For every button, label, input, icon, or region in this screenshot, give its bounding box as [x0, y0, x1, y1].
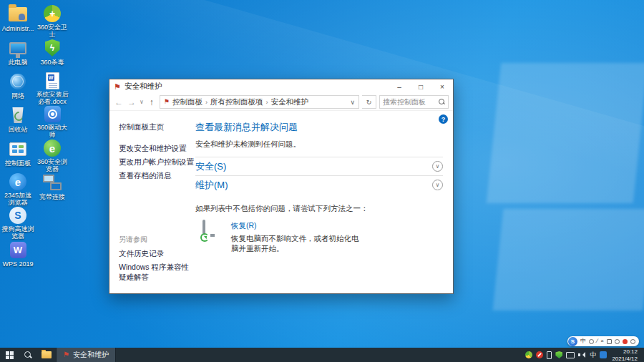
desktop-icon-user-folder[interactable]: Administr...	[1, 3, 34, 36]
sidebar-item-uac-settings[interactable]: 更改用户帐户控制设置	[119, 157, 194, 167]
hint-text: 如果列表中不包括你的问题，请尝试下列方法之一：	[195, 204, 443, 214]
minimize-button[interactable]: –	[389, 79, 410, 94]
recovery-description: 恢复电脑而不影响文件，或者初始化电脑并重新开始。	[231, 233, 364, 253]
recycle-bin-icon	[11, 107, 24, 123]
search-input[interactable]	[383, 98, 439, 106]
icon-label: 此电脑	[9, 59, 28, 66]
profile-icon[interactable]	[615, 339, 620, 344]
close-icon[interactable]: ×	[600, 338, 604, 344]
search-icon	[24, 351, 32, 359]
section-label: 维护(M)	[195, 179, 228, 192]
search-box[interactable]	[379, 95, 449, 109]
forward-button[interactable]: →	[127, 97, 137, 107]
desktop-icon-network[interactable]: 网络	[1, 70, 34, 104]
desktop-icon-wps[interactable]: W WPS 2019	[1, 238, 34, 272]
security-flag-icon: ⚑	[63, 351, 69, 358]
address-dropdown-icon[interactable]: ∨	[350, 99, 355, 106]
control-panel-icon	[9, 142, 26, 156]
recent-pages-dropdown[interactable]: ∨	[140, 99, 144, 105]
chevron-down-icon[interactable]: ∨	[432, 161, 443, 172]
close-button[interactable]: ×	[431, 79, 453, 94]
browser-e-icon: e	[9, 173, 26, 190]
keyboard-icon[interactable]	[607, 339, 612, 344]
desktop-icon-docx-file[interactable]: 系统安装后必看.docx	[36, 70, 69, 104]
maintenance-section-header[interactable]: 维护(M) ∨	[195, 175, 443, 194]
shield-icon: ϟ	[45, 39, 60, 57]
desktop-icon-sogou-browser[interactable]: S 搜狗高速浏览器	[1, 205, 34, 238]
desktop-icon-360-antivirus[interactable]: ϟ 360杀毒	[36, 36, 69, 70]
tray-network-icon[interactable]	[566, 352, 575, 358]
start-button[interactable]	[0, 348, 19, 362]
sogou-input-toolbar: S 中 ∕ ×	[567, 336, 639, 346]
icon-label: WPS 2019	[2, 260, 33, 268]
taskbar: ⚑ 安全和维护 中 20:12 2021/4/12	[0, 348, 644, 362]
tray-phone-icon[interactable]	[547, 351, 552, 359]
window-sidebar: 控制面板主页 更改安全和维护设置 更改用户帐户控制设置 查看存档的消息 另请参阅…	[109, 111, 194, 293]
clock-date: 2021/4/12	[612, 356, 638, 362]
user-folder-icon	[9, 7, 27, 21]
window-title: 安全和维护	[125, 82, 162, 92]
desktop-icon-control-panel[interactable]: 控制面板	[1, 137, 34, 171]
desktop-icon-360-browser[interactable]: e 360安全浏览器	[36, 137, 69, 171]
breadcrumb-all-items[interactable]: 所有控制面板项	[210, 97, 263, 107]
security-section-header[interactable]: 安全(S) ∨	[195, 157, 443, 175]
icon-label: 网络	[11, 92, 24, 99]
refresh-button[interactable]: ↻	[362, 95, 376, 109]
refresh-icon: ↻	[366, 99, 372, 106]
icon-label: Administr...	[2, 25, 34, 32]
breadcrumb-control-panel[interactable]: 控制面板	[172, 97, 203, 107]
edit-pencil-icon[interactable]: ∕	[597, 338, 597, 344]
word-document-icon	[46, 72, 59, 89]
security-flag-icon: ⚑	[114, 83, 121, 91]
taskbar-search-button[interactable]	[19, 348, 37, 362]
sidebar-item-change-settings[interactable]: 更改安全和维护设置	[119, 144, 194, 154]
desktop-icon-this-pc[interactable]: 此电脑	[1, 36, 34, 70]
tray-360-icon[interactable]	[525, 351, 532, 358]
taskbar-clock[interactable]: 20:12 2021/4/12	[610, 348, 640, 362]
chevron-down-icon[interactable]: ∨	[432, 180, 443, 190]
taskbar-app-label: 安全和维护	[73, 350, 109, 360]
tray-volume-icon[interactable]	[578, 351, 586, 358]
window-titlebar[interactable]: ⚑ 安全和维护 – □ ×	[109, 79, 453, 94]
windows-logo-icon	[6, 351, 14, 359]
settings-gear-icon[interactable]	[630, 339, 635, 344]
desktop-icon-recycle-bin[interactable]: 回收站	[1, 104, 34, 137]
toolbox-icon[interactable]	[623, 339, 628, 344]
breadcrumb-separator: ›	[265, 99, 268, 106]
sogou-logo-icon[interactable]: S	[568, 337, 577, 346]
desktop-icon-broadband[interactable]: 宽带连接	[36, 171, 69, 205]
tray-ime-indicator[interactable]: 中	[590, 352, 596, 358]
ime-mode-toggle[interactable]: 中	[580, 338, 586, 344]
globe-icon	[10, 74, 26, 89]
sidebar-item-archived-messages[interactable]: 查看存档的消息	[119, 171, 194, 181]
address-bar[interactable]: ⚑ 控制面板 › 所有控制面板项 › 安全和维护 ∨	[160, 95, 359, 109]
breadcrumb-separator: ›	[205, 99, 208, 106]
desktop-icon-360-safe[interactable]: + 360安全卫士	[36, 3, 69, 36]
up-button[interactable]: ↑	[147, 97, 157, 107]
taskbar-app-security-maintenance[interactable]: ⚑ 安全和维护	[56, 348, 116, 362]
tray-input-method-icon[interactable]	[600, 351, 607, 358]
folder-icon	[42, 351, 52, 358]
recovery-link[interactable]: 恢复(R)	[231, 221, 364, 231]
computer-icon	[9, 42, 26, 54]
tray-security-shield-icon[interactable]	[555, 351, 562, 358]
360-safe-icon: +	[44, 5, 61, 22]
broadband-connection-icon	[43, 175, 62, 190]
desktop-icon-2345-browser[interactable]: e 2345加速浏览器	[1, 171, 34, 205]
wallpaper-window-pane	[487, 63, 644, 203]
file-history-link[interactable]: 文件历史记录	[119, 249, 194, 259]
page-title: 查看最新消息并解决问题	[195, 121, 443, 134]
back-button[interactable]: ←	[114, 97, 124, 107]
desktop-icon-360-driver[interactable]: 360驱动大师	[36, 104, 69, 137]
desktop: Administr... 此电脑 网络 回收站 控制面板 e 2345加速浏览器	[0, 0, 644, 362]
sidebar-item-home[interactable]: 控制面板主页	[119, 122, 194, 132]
icon-label: 360杀毒	[40, 59, 64, 66]
program-compat-link[interactable]: Windows 程序兼容性疑难解答	[119, 263, 194, 283]
punctuation-icon[interactable]	[589, 339, 594, 344]
navigation-toolbar: ← → ∨ ↑ ⚑ 控制面板 › 所有控制面板项 › 安全和维护 ∨ ↻	[109, 94, 453, 111]
tray-antivirus-icon[interactable]	[536, 351, 543, 358]
file-explorer-button[interactable]	[37, 348, 56, 362]
see-also-heading: 另请参阅	[119, 235, 194, 245]
breadcrumb-current[interactable]: 安全和维护	[270, 97, 308, 107]
maximize-button[interactable]: □	[410, 79, 431, 94]
